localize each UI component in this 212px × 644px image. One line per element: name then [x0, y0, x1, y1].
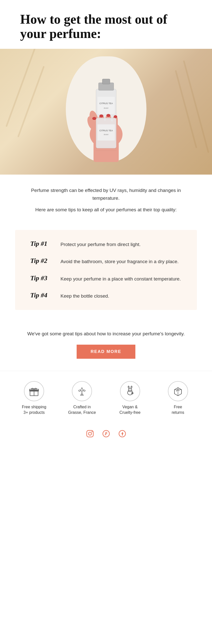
svg-text:dosier: dosier [104, 134, 109, 135]
intro-section: Perfume strength can be effected by UV r… [0, 175, 212, 226]
tip-label-3: Tip #3 [30, 274, 60, 282]
intro-line1: Perfume strength can be effected by UV r… [30, 187, 182, 202]
tip-row-2: Tip #2 Avoid the bathroom, store your fr… [30, 257, 182, 265]
feature-returns: Freereturns [158, 381, 198, 416]
svg-point-38 [88, 432, 92, 435]
svg-text:CITRUS TEA: CITRUS TEA [99, 102, 113, 105]
tip-text-3: Keep your perfume in a place with consta… [60, 274, 181, 283]
read-more-button[interactable]: READ MORE [77, 345, 136, 359]
svg-rect-24 [97, 124, 115, 141]
svg-rect-2 [102, 79, 110, 84]
features-section: Free shipping3+ products Crafted inGrass… [0, 371, 212, 424]
svg-point-18 [106, 114, 110, 117]
fleur-de-lis-icon [72, 381, 92, 401]
svg-text:dosier: dosier [104, 107, 109, 109]
feature-crafted-label: Crafted inGrasse, France [68, 404, 96, 416]
box-return-icon [168, 381, 188, 401]
tips-section: Tip #1 Protect your perfume from direct … [15, 230, 197, 310]
tip-row-4: Tip #4 Keep the bottle closed. [30, 292, 182, 300]
tip-row-1: Tip #1 Protect your perfume from direct … [30, 240, 182, 248]
perfume-illustration: CITRUS TEA dosier [73, 69, 139, 175]
feature-vegan: Vegan &Cruelty-free [110, 381, 150, 416]
svg-text:CITRUS TEA: CITRUS TEA [99, 129, 113, 132]
gift-box-icon [24, 381, 44, 401]
svg-rect-3 [97, 97, 115, 114]
svg-point-16 [92, 117, 96, 120]
feature-shipping-label: Free shipping3+ products [22, 404, 46, 416]
social-section [0, 424, 212, 451]
svg-point-39 [92, 431, 93, 432]
hero-image: CITRUS TEA dosier [0, 49, 212, 175]
pinterest-icon[interactable] [101, 429, 111, 439]
feature-returns-label: Freereturns [172, 404, 184, 416]
cta-section: We've got some great tips about how to i… [0, 320, 212, 371]
tip-text-1: Protect your perfume from direct light. [60, 240, 141, 248]
svg-point-33 [130, 390, 130, 391]
tip-label-4: Tip #4 [30, 292, 60, 299]
feature-crafted: Crafted inGrasse, France [62, 381, 102, 416]
hero-content: CITRUS TEA dosier [73, 49, 139, 175]
feature-vegan-label: Vegan &Cruelty-free [119, 404, 141, 416]
page-title: How to get the most out of your perfume: [20, 12, 192, 41]
page-wrapper: How to get the most out of your perfume:… [0, 0, 212, 451]
facebook-icon[interactable] [117, 429, 127, 439]
feature-free-shipping: Free shipping3+ products [14, 381, 54, 416]
header-section: How to get the most out of your perfume: [0, 0, 212, 49]
tip-text-4: Keep the bottle closed. [60, 292, 109, 300]
svg-point-19 [114, 115, 117, 118]
cta-text: We've got some great tips about how to i… [20, 330, 192, 338]
tip-row-3: Tip #3 Keep your perfume in a place with… [30, 274, 182, 283]
intro-line2: Here are some tips to keep all of your p… [30, 206, 182, 214]
rabbit-icon [120, 381, 140, 401]
svg-point-17 [99, 114, 103, 117]
instagram-icon[interactable] [85, 429, 95, 439]
tip-text-2: Avoid the bathroom, store your fragrance… [60, 257, 179, 265]
tip-label-2: Tip #2 [30, 257, 60, 265]
tip-label-1: Tip #1 [30, 240, 60, 248]
